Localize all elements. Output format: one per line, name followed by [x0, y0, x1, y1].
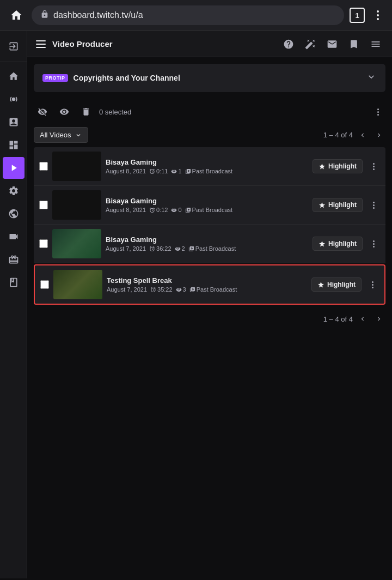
action-toolbar: 0 selected [34, 99, 385, 125]
video-thumbnail-3 [52, 229, 101, 258]
delete-toolbar-button[interactable] [77, 103, 95, 120]
duration-icon-3: 36:22 [149, 245, 171, 252]
duration-icon-2: 0:12 [149, 207, 168, 213]
video-info-3: Bisaya Gaming August 7, 2021 36:22 2 [106, 235, 308, 252]
video-checkbox-1[interactable] [39, 162, 48, 171]
views-icon-1: 1 [171, 168, 181, 174]
video-info-2: Bisaya Gaming August 8, 2021 0:12 0 [106, 197, 308, 213]
help-icon-button[interactable] [281, 37, 296, 52]
hide-toolbar-button[interactable] [34, 103, 51, 120]
video-row: Bisaya Gaming August 8, 2021 0:12 0 [34, 186, 385, 225]
video-info-4: Testing Spell Break August 7, 2021 35:22… [107, 276, 307, 293]
video-more-button-4[interactable] [366, 278, 379, 291]
next-page-button[interactable] [372, 129, 385, 142]
main-content: Video Producer [27, 31, 392, 578]
magic-icon-button[interactable] [303, 37, 318, 52]
browser-home-button[interactable] [7, 5, 26, 25]
video-title-1: Bisaya Gaming [106, 158, 308, 166]
prev-page-button[interactable] [356, 129, 369, 142]
video-title-2: Bisaya Gaming [106, 197, 308, 205]
copyright-banner[interactable]: PROTIP Copyrights and Your Channel [34, 64, 385, 92]
show-toolbar-button[interactable] [56, 103, 73, 120]
video-meta-4: August 7, 2021 35:22 3 Pas [107, 286, 307, 293]
top-nav-right [281, 37, 383, 52]
app-layout: Video Producer [0, 31, 392, 578]
nav-menu-button[interactable] [368, 37, 383, 52]
video-list: Bisaya Gaming August 8, 2021 0:11 1 [34, 147, 385, 306]
mail-icon-button[interactable] [324, 37, 340, 52]
duration-icon-1: 0:11 [149, 168, 168, 174]
svg-point-0 [11, 98, 15, 101]
video-checkbox-3[interactable] [39, 239, 48, 248]
video-more-button-3[interactable] [367, 237, 380, 250]
protip-badge: PROTIP [42, 74, 68, 82]
filter-label: All Videos [40, 131, 71, 139]
banner-left: PROTIP Copyrights and Your Channel [42, 74, 180, 82]
highlight-button-3[interactable]: Highlight [313, 237, 363, 251]
video-date-4: August 7, 2021 [107, 286, 147, 293]
all-videos-dropdown[interactable]: All Videos [34, 127, 88, 143]
sidebar [0, 31, 27, 578]
video-title-4: Testing Spell Break [107, 276, 307, 285]
video-date-2: August 8, 2021 [106, 207, 146, 213]
hamburger-menu-button[interactable] [36, 40, 46, 48]
content-area: PROTIP Copyrights and Your Channel [27, 57, 392, 339]
lock-icon [40, 10, 49, 21]
sidebar-item-video-producer[interactable] [3, 157, 24, 179]
selected-count-label: 0 selected [99, 108, 366, 116]
video-checkbox-4[interactable] [40, 280, 49, 289]
video-meta-3: August 7, 2021 36:22 2 Pas [106, 245, 308, 252]
bottom-pagination-text: 1 – 4 of 4 [323, 315, 353, 323]
sidebar-item-settings[interactable] [3, 180, 24, 202]
video-meta-1: August 8, 2021 0:11 1 Past [106, 168, 308, 174]
bottom-prev-page-button[interactable] [356, 312, 369, 325]
video-row: Bisaya Gaming August 7, 2021 36:22 2 [34, 225, 385, 263]
sidebar-item-home[interactable] [3, 65, 24, 87]
browser-menu-button[interactable] [370, 8, 385, 23]
pagination-info: 1 – 4 of 4 [323, 129, 385, 142]
address-bar[interactable]: dashboard.twitch.tv/u/a [32, 5, 344, 25]
views-icon-2: 0 [171, 207, 181, 213]
video-date-1: August 8, 2021 [106, 168, 146, 174]
sidebar-item-exit[interactable] [3, 35, 24, 57]
banner-title: Copyrights and Your Channel [74, 74, 180, 82]
sidebar-item-docs[interactable] [3, 271, 24, 293]
highlight-button-1[interactable]: Highlight [313, 159, 363, 173]
sidebar-item-extensions[interactable] [3, 203, 24, 225]
pagination-text: 1 – 4 of 4 [323, 131, 353, 139]
video-row-highlighted: Testing Spell Break August 7, 2021 35:22… [34, 264, 385, 305]
sidebar-item-clips[interactable] [3, 111, 24, 133]
video-more-button-2[interactable] [367, 198, 380, 212]
video-checkbox-2[interactable] [39, 201, 48, 209]
duration-icon-4: 35:22 [150, 286, 173, 293]
filter-bar: All Videos 1 – 4 of 4 [34, 127, 385, 143]
video-meta-2: August 8, 2021 0:12 0 Past [106, 207, 308, 213]
address-text: dashboard.twitch.tv/u/a [53, 10, 143, 20]
sidebar-top [0, 31, 27, 62]
bottom-next-page-button[interactable] [372, 312, 385, 325]
top-nav-left: Video Producer [36, 39, 113, 49]
toolbar-more-button[interactable] [370, 104, 385, 119]
bookmark-icon-button[interactable] [346, 37, 362, 52]
tab-count-badge[interactable]: 1 [350, 8, 365, 23]
video-date-3: August 7, 2021 [106, 245, 146, 252]
sidebar-item-gift[interactable] [3, 249, 24, 270]
banner-chevron-icon[interactable] [366, 71, 377, 84]
type-icon-1: Past Broadcast [185, 168, 233, 174]
video-thumbnail-2 [52, 190, 101, 220]
video-more-button-1[interactable] [367, 160, 380, 173]
sidebar-item-live[interactable] [3, 88, 24, 110]
sidebar-item-camera[interactable] [3, 226, 24, 247]
sidebar-item-dashboard[interactable] [3, 134, 24, 156]
top-nav: Video Producer [27, 31, 392, 57]
browser-chrome: dashboard.twitch.tv/u/a 1 [0, 0, 392, 31]
video-title-3: Bisaya Gaming [106, 235, 308, 244]
page-title: Video Producer [52, 39, 113, 49]
highlight-button-4[interactable]: Highlight [311, 277, 362, 292]
video-thumbnail-1 [52, 152, 101, 181]
type-icon-2: Past Broadcast [185, 207, 233, 213]
bottom-pagination: 1 – 4 of 4 [34, 306, 385, 332]
highlight-button-2[interactable]: Highlight [313, 198, 363, 212]
type-icon-4: Past Broadcast [189, 286, 237, 293]
type-icon-3: Past Broadcast [188, 245, 236, 252]
